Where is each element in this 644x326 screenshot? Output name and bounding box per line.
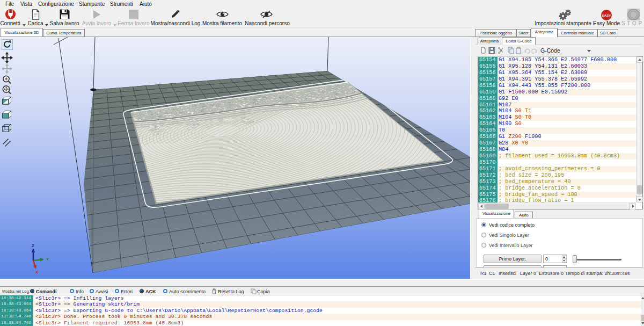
svg-text:EASY: EASY bbox=[602, 14, 611, 17]
svg-text:X: X bbox=[35, 270, 39, 274]
svg-text:G-Code: G-Code bbox=[540, 47, 560, 54]
svg-text:Y: Y bbox=[46, 257, 49, 262]
svg-text:Z: Z bbox=[32, 243, 34, 248]
